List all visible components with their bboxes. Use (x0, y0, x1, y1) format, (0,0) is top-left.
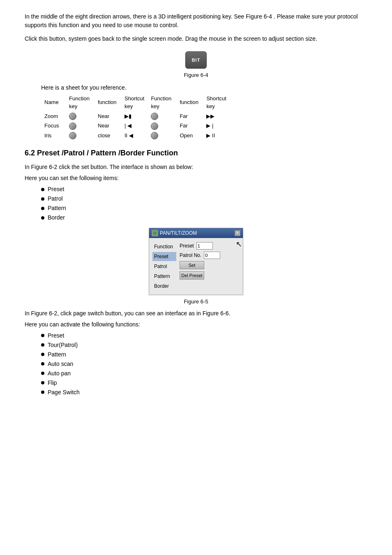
cell-function2: Open (176, 131, 203, 141)
cell-shortcut: ▶▮ (121, 111, 148, 121)
dialog-sidebar-item[interactable]: Patrol (152, 262, 176, 271)
cell-shortcut2: ▶ | (203, 121, 229, 131)
patrolno-label: Patrol No. (180, 252, 201, 259)
reference-note: Here is a sheet for you reference. (41, 83, 367, 92)
dialog-title: PAN/TILT/ZOOM (160, 229, 197, 237)
list-item: Border (41, 213, 367, 222)
col-header-function1: function (95, 94, 121, 111)
figure4-container: BIT Figure 6-4 (25, 51, 367, 79)
cell-function2: Far (176, 121, 203, 131)
figure4-caption: Figure 6-4 (184, 71, 208, 79)
list-item: Preset (41, 185, 367, 194)
list-item: Auto pan (41, 369, 367, 378)
col-header-function2: function (176, 94, 203, 111)
col-header-funckey1: Functionkey (66, 94, 95, 111)
patrolno-row: Patrol No. (180, 252, 240, 259)
cell-icon1 (66, 121, 95, 131)
dialog-icon (152, 230, 158, 236)
preset-row: Preset (180, 242, 240, 250)
svg-point-0 (153, 231, 157, 235)
cell-name: Zoom (41, 111, 66, 121)
table-row: IriscloseII ◀Open▶ II (41, 131, 230, 141)
list-item: Auto scan (41, 360, 367, 368)
cell-icon2 (148, 131, 176, 141)
section62-para1: In Figure 6-2 click the set button. The … (25, 163, 367, 171)
list-item: Preset (41, 331, 367, 340)
reference-table: Name Functionkey function Shortcutkey Fu… (41, 94, 230, 141)
set-button[interactable]: Set (180, 261, 204, 269)
list1: PresetPatrolPatternBorder (41, 185, 367, 222)
col-header-name: Name (41, 94, 66, 111)
cell-name: Focus (41, 121, 66, 131)
list-item: Patrol (41, 194, 367, 203)
dialog-sidebar-item[interactable]: Border (152, 282, 176, 291)
del-preset-button[interactable]: Del Preset (180, 271, 204, 280)
dialog-titlebar: PAN/TILT/ZOOM ✕ (149, 228, 243, 238)
dialog-sidebar-item[interactable]: Pattern (152, 272, 176, 281)
intro-paragraph2: Click this button, system goes back to t… (25, 35, 367, 43)
section62-para2: Here you can set the following items: (25, 174, 367, 183)
bit-button[interactable]: BIT (185, 51, 207, 69)
list-item: Pattern (41, 204, 367, 213)
intro-paragraph1: In the middle of the eight direction arr… (25, 12, 367, 30)
cell-icon2 (148, 121, 176, 131)
section62-para4: Here you can activate the following func… (25, 320, 367, 329)
table-row: ZoomNear▶▮Far▶▶ (41, 111, 230, 121)
list2: PresetTour(Patrol)PatternAuto scanAuto p… (41, 331, 367, 397)
figure5-container: PAN/TILT/ZOOM ✕ ↖ FunctionPresetPatrolPa… (25, 228, 367, 306)
function-icon (69, 123, 76, 130)
col-header-funckey2: Functionkey (148, 94, 176, 111)
function-icon (69, 132, 76, 139)
preset-label: Preset (180, 242, 194, 250)
cell-function: close (95, 131, 121, 141)
cell-shortcut: II ◀ (121, 131, 148, 141)
cell-function2: Far (176, 111, 203, 121)
dialog-content: Preset Patrol No. Set Del Preset (180, 242, 240, 291)
dialog-body: FunctionPresetPatrolPatternBorder Preset… (149, 238, 243, 295)
cell-function: Near (95, 111, 121, 121)
cell-icon2 (148, 111, 176, 121)
reference-section: Here is a sheet for you reference. Name … (41, 83, 367, 141)
list-item: Pattern (41, 350, 367, 359)
function-icon2 (151, 123, 158, 130)
table-row: FocusNear| ◀Far▶ | (41, 121, 230, 131)
col-header-shortcut1: Shortcutkey (121, 94, 148, 111)
list-item: Page Switch (41, 388, 367, 397)
cell-shortcut2: ▶▶ (203, 111, 229, 121)
cell-name: Iris (41, 131, 66, 141)
function-icon2 (151, 113, 158, 120)
pantiltzoom-dialog: PAN/TILT/ZOOM ✕ ↖ FunctionPresetPatrolPa… (149, 228, 243, 295)
cell-icon1 (66, 111, 95, 121)
col-header-shortcut2: Shortcutkey (203, 94, 229, 111)
preset-input[interactable] (196, 242, 213, 250)
del-row: Del Preset (180, 271, 240, 280)
dialog-sidebar-item[interactable]: Function (152, 242, 176, 251)
section62-heading: 6.2 Preset /Patrol / Pattern /Border Fun… (25, 148, 367, 159)
set-row: Set (180, 261, 240, 269)
patrolno-input[interactable] (204, 252, 220, 259)
figure5-caption: Figure 6-5 (184, 298, 208, 306)
list-item: Flip (41, 379, 367, 387)
list-item: Tour(Patrol) (41, 341, 367, 349)
section62-para3: In Figure 6-2, click page switch button,… (25, 309, 367, 318)
dialog-sidebar: FunctionPresetPatrolPatternBorder (152, 242, 176, 291)
cursor-icon: ↖ (236, 239, 242, 250)
cell-function: Near (95, 121, 121, 131)
dialog-close-button[interactable]: ✕ (235, 230, 240, 236)
dialog-sidebar-item[interactable]: Preset (152, 252, 176, 261)
cell-icon1 (66, 131, 95, 141)
cell-shortcut2: ▶ II (203, 131, 229, 141)
function-icon2 (151, 132, 158, 139)
cell-shortcut: | ◀ (121, 121, 148, 131)
function-icon (69, 113, 76, 120)
